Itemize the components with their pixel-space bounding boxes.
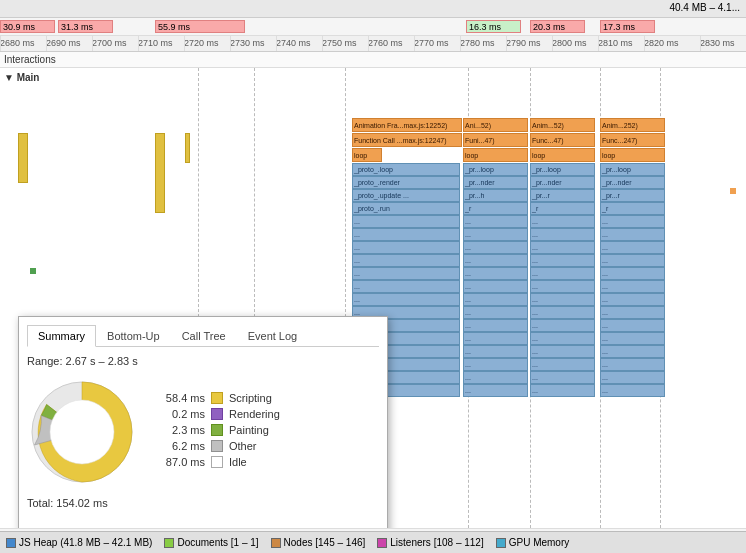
call-block: ... (600, 293, 665, 306)
main-label: ▼ Main (4, 72, 39, 83)
orange-block: loop (600, 148, 665, 162)
pie-container (27, 377, 137, 487)
call-block: _pr...nder (463, 176, 528, 189)
call-block: _pr...h (463, 189, 528, 202)
legend-swatch (211, 456, 223, 468)
ruler-mark: 2810 ms (598, 38, 633, 48)
ruler-mark: 2720 ms (184, 38, 219, 48)
call-block: ... (463, 319, 528, 332)
ruler-mark: 2680 ms (0, 38, 35, 48)
range-label: Range: 2.67 s – 2.83 s (27, 355, 379, 367)
call-block: ... (530, 293, 595, 306)
call-block: ... (600, 384, 665, 397)
ruler-mark: 2790 ms (506, 38, 541, 48)
orange-block: Anim...252) (600, 118, 665, 132)
bottom-label: JS Heap (41.8 MB – 42.1 MB) (19, 537, 152, 548)
call-block: _r (530, 202, 595, 215)
legend-value: 58.4 ms (153, 392, 205, 404)
legend-label: Painting (229, 424, 269, 436)
call-block: _pr...loop (463, 163, 528, 176)
ruler-mark: 2770 ms (414, 38, 449, 48)
file-size-label: 40.4 MB – 4.1... (669, 2, 740, 13)
call-block: ... (600, 371, 665, 384)
orange-block: Func...247) (600, 133, 665, 147)
call-block: ... (600, 254, 665, 267)
call-block: _pr...r (530, 189, 595, 202)
top-info-bar: 40.4 MB – 4.1... (0, 0, 746, 18)
call-block: ... (463, 228, 528, 241)
tab-bottom-up[interactable]: Bottom-Up (96, 325, 171, 347)
legend-row: 58.4 msScripting (153, 392, 379, 404)
orange-block: Func...47) (530, 133, 595, 147)
orange-block: Ani...52) (463, 118, 528, 132)
call-block: _proto_.update ... (352, 189, 460, 202)
legend-row: 6.2 msOther (153, 440, 379, 452)
call-block: ... (463, 280, 528, 293)
ruler-mark: 2750 ms (322, 38, 357, 48)
legend-label: Scripting (229, 392, 272, 404)
legend-swatch (211, 424, 223, 436)
call-block: ... (352, 241, 460, 254)
bottom-checkbox[interactable] (271, 538, 281, 548)
bottom-checkbox[interactable] (164, 538, 174, 548)
bottom-checkbox[interactable] (496, 538, 506, 548)
bottom-label: Nodes [145 – 146] (284, 537, 366, 548)
bottom-bar-item: JS Heap (41.8 MB – 42.1 MB) (6, 537, 152, 548)
summary-content: 58.4 msScripting0.2 msRendering2.3 msPai… (27, 377, 379, 487)
bottom-bar-item: Documents [1 – 1] (164, 537, 258, 548)
call-block: ... (600, 228, 665, 241)
ruler-mark: 2820 ms (644, 38, 679, 48)
call-block: ... (530, 319, 595, 332)
legend-swatch (211, 440, 223, 452)
call-block: ... (352, 280, 460, 293)
bottom-checkbox[interactable] (377, 538, 387, 548)
call-block: _pr...nder (600, 176, 665, 189)
call-block: ... (352, 254, 460, 267)
call-block: _pr...r (600, 189, 665, 202)
bottom-label: GPU Memory (509, 537, 570, 548)
summary-panel: SummaryBottom-UpCall TreeEvent Log Range… (18, 316, 388, 528)
orange-block: loop (530, 148, 595, 162)
ruler-mark: 2740 ms (276, 38, 311, 48)
call-block: ... (463, 358, 528, 371)
interactions-label: Interactions (4, 54, 56, 65)
call-block: _r (600, 202, 665, 215)
call-block: ... (463, 267, 528, 280)
yellow-bar (155, 133, 165, 213)
call-block: ... (530, 345, 595, 358)
yellow-bar (185, 133, 190, 163)
summary-tabs: SummaryBottom-UpCall TreeEvent Log (27, 325, 379, 347)
timing-bar: 31.3 ms (58, 20, 113, 33)
call-block: _pr...nder (530, 176, 595, 189)
call-block: ... (463, 254, 528, 267)
interactions-row: Interactions (0, 52, 746, 68)
call-block: ... (600, 267, 665, 280)
indicator-dot (30, 268, 36, 274)
tab-call-tree[interactable]: Call Tree (171, 325, 237, 347)
ruler-mark: 2780 ms (460, 38, 495, 48)
indicator-dot (730, 188, 736, 194)
ruler-row: 2680 ms2690 ms2700 ms2710 ms2720 ms2730 … (0, 36, 746, 52)
call-block: ... (530, 358, 595, 371)
call-block: ... (530, 228, 595, 241)
bottom-bar-item: Listeners [108 – 112] (377, 537, 483, 548)
legend-swatch (211, 408, 223, 420)
timing-bar: 17.3 ms (600, 20, 655, 33)
call-block: ... (600, 332, 665, 345)
call-block: ... (463, 293, 528, 306)
yellow-bar (18, 133, 28, 183)
legend-row: 87.0 msIdle (153, 456, 379, 468)
call-block: ... (530, 254, 595, 267)
legend-label: Idle (229, 456, 247, 468)
bottom-checkbox[interactable] (6, 538, 16, 548)
tab-event-log[interactable]: Event Log (237, 325, 309, 347)
legend-row: 2.3 msPainting (153, 424, 379, 436)
tab-summary[interactable]: Summary (27, 325, 96, 347)
ruler-mark: 2760 ms (368, 38, 403, 48)
call-block: ... (530, 371, 595, 384)
ruler-mark: 2700 ms (92, 38, 127, 48)
call-block: ... (600, 280, 665, 293)
call-block: ... (352, 215, 460, 228)
timing-bar: 20.3 ms (530, 20, 585, 33)
call-block: ... (530, 280, 595, 293)
